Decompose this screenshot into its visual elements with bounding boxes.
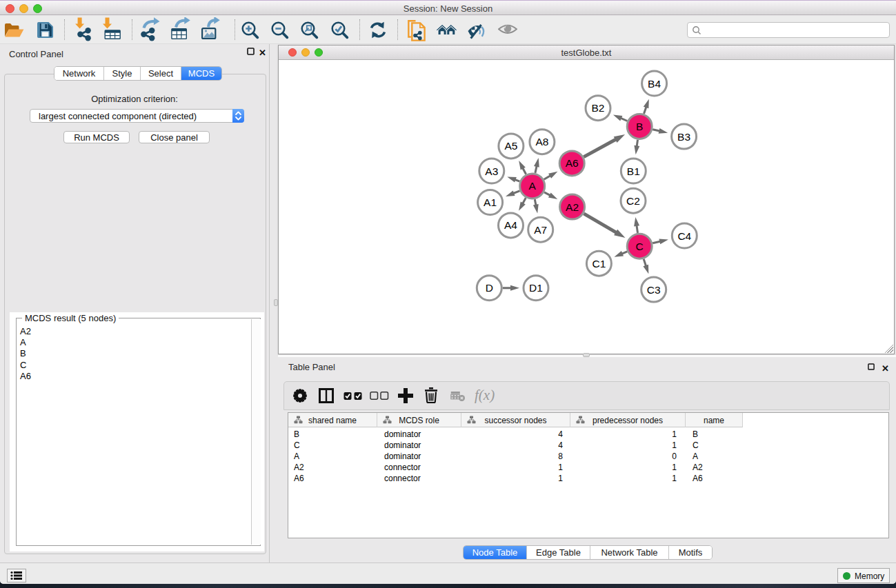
svg-text:A1: A1 xyxy=(484,196,497,208)
svg-text:B: B xyxy=(636,121,643,132)
svg-text:B3: B3 xyxy=(677,131,690,143)
svg-text:A8: A8 xyxy=(535,136,548,148)
svg-text:C: C xyxy=(636,241,644,252)
svg-text:A4: A4 xyxy=(504,219,517,231)
svg-text:A5: A5 xyxy=(504,140,517,152)
svg-text:A7: A7 xyxy=(534,224,547,236)
svg-text:C1: C1 xyxy=(592,258,606,270)
svg-text:B2: B2 xyxy=(592,102,605,114)
svg-text:B4: B4 xyxy=(648,78,661,90)
svg-text:A2: A2 xyxy=(566,201,579,213)
svg-text:D1: D1 xyxy=(529,282,543,294)
svg-text:D: D xyxy=(486,282,493,294)
svg-text:C3: C3 xyxy=(647,284,661,296)
svg-text:B1: B1 xyxy=(627,165,640,177)
svg-text:A3: A3 xyxy=(485,165,498,177)
svg-text:A6: A6 xyxy=(566,157,579,169)
svg-text:C2: C2 xyxy=(626,195,640,207)
svg-text:A: A xyxy=(529,180,537,192)
svg-text:C4: C4 xyxy=(677,230,691,242)
